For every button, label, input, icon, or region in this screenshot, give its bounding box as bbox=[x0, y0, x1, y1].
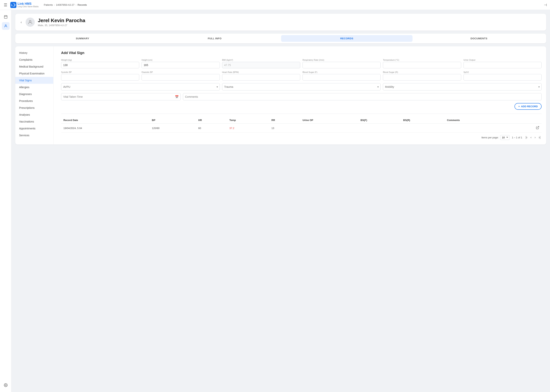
patient-header-card: ‹ Jerel Kevin Parocha Male, 35, 14097856… bbox=[15, 14, 546, 31]
patients-icon bbox=[4, 24, 8, 28]
calendar-icon bbox=[4, 15, 8, 19]
systolic-bp-field: Systolic BP bbox=[61, 71, 139, 81]
cell-record-date: 19/04/2024, 5:04 bbox=[61, 124, 150, 133]
cell-bs-r bbox=[401, 124, 445, 133]
col-comments: Comments bbox=[445, 117, 511, 124]
tabs-bar: SUMMARY FULL INFO RECORDS DOCUMENTS bbox=[15, 34, 546, 43]
systolic-bp-input[interactable] bbox=[61, 74, 139, 81]
vital-taken-time-input[interactable] bbox=[61, 93, 181, 100]
form-row-2: Systolic BP Diastolic BP Heart Rate (BPM… bbox=[61, 71, 542, 81]
nav-item-allergies[interactable]: Allergies bbox=[15, 84, 53, 91]
records-main: Add Vital Sign Weight (kg) Height (cm) B… bbox=[57, 46, 546, 145]
records-layout: History Complaints Medical Background Ph… bbox=[15, 46, 546, 145]
height-input[interactable] bbox=[142, 62, 220, 68]
table-header: Record Date BP HR Temp RR Urine OP BS(F)… bbox=[61, 117, 542, 124]
sidebar-patients-button[interactable] bbox=[2, 22, 10, 30]
avatar-icon bbox=[28, 20, 33, 25]
nav-item-appointments[interactable]: Appointments bbox=[15, 125, 53, 132]
trauma-select[interactable]: Trauma bbox=[222, 83, 381, 91]
nav-item-analyses[interactable]: Analyses bbox=[15, 111, 53, 118]
back-button[interactable]: ‹ bbox=[20, 20, 22, 25]
nav-item-diagnoses[interactable]: Diagnoses bbox=[15, 91, 53, 98]
bmi-input bbox=[222, 62, 300, 68]
col-bs-r: BS(R) bbox=[401, 117, 445, 124]
menu-button[interactable]: ☰ bbox=[3, 2, 8, 8]
blood-sugar-r-label: Blood Sugar (R) bbox=[383, 71, 461, 73]
spo2-input[interactable] bbox=[464, 74, 542, 81]
nav-item-services[interactable]: Services bbox=[15, 132, 53, 139]
tab-records[interactable]: RECORDS bbox=[281, 35, 413, 42]
patient-meta: Male, 35, 14097856-HJ-27 bbox=[38, 24, 85, 27]
urine-output-input[interactable] bbox=[464, 62, 542, 68]
comments-input[interactable] bbox=[183, 93, 542, 100]
page-info: 1 – 1 of 1 bbox=[512, 136, 522, 139]
add-record-button[interactable]: + ADD RECORD bbox=[514, 103, 542, 110]
mobility-select[interactable]: Mobility bbox=[383, 83, 542, 91]
pagination-buttons: |‹ ‹ › ›| bbox=[524, 135, 542, 140]
form-row-1: Weight (kg) Height (cm) BMI (kg/m²) Resp… bbox=[61, 59, 542, 68]
col-hr: HR bbox=[196, 117, 227, 124]
heart-rate-input[interactable] bbox=[222, 74, 300, 81]
nav-item-vaccinations[interactable]: Vaccinations bbox=[15, 118, 53, 125]
temperature-input[interactable] bbox=[383, 62, 461, 68]
logo: L Link HMS Long Clinic Name Blabla bbox=[10, 2, 39, 8]
next-page-button[interactable]: › bbox=[533, 135, 537, 140]
left-sidebar bbox=[0, 10, 11, 392]
avpu-select[interactable]: AVPU bbox=[61, 83, 220, 91]
last-page-button[interactable]: ›| bbox=[538, 135, 542, 140]
respiratory-rate-field: Respiratory Rate (/min) bbox=[302, 59, 381, 68]
breadcrumb-patients[interactable]: Patients bbox=[44, 3, 53, 6]
diastolic-bp-label: Diastolic BP bbox=[142, 71, 220, 73]
sidebar-settings-button[interactable] bbox=[2, 381, 10, 389]
first-page-button[interactable]: |‹ bbox=[524, 135, 529, 140]
svg-point-6 bbox=[5, 25, 6, 26]
respiratory-rate-input[interactable] bbox=[302, 62, 381, 68]
tab-summary[interactable]: SUMMARY bbox=[17, 35, 148, 42]
clinic-name: Long Clinic Name Blabla bbox=[18, 6, 39, 8]
nav-item-medical-background[interactable]: Medical Background bbox=[15, 63, 53, 70]
nav-item-physical-examination[interactable]: Physical Examination bbox=[15, 70, 53, 77]
tab-full-info[interactable]: FULL INFO bbox=[149, 35, 280, 42]
nav-item-prescriptions[interactable]: Prescriptions bbox=[15, 104, 53, 111]
vital-taken-time-field: 📅 bbox=[61, 93, 181, 100]
breadcrumb-patient-id[interactable]: 14097856-HJ-27 bbox=[56, 3, 74, 6]
svg-point-7 bbox=[5, 385, 6, 386]
tab-documents[interactable]: DOCUMENTS bbox=[413, 35, 545, 42]
col-bp: BP bbox=[150, 117, 196, 124]
systolic-bp-label: Systolic BP bbox=[61, 71, 139, 73]
height-label: Height (cm) bbox=[142, 59, 220, 61]
logo-icon: L bbox=[10, 2, 16, 8]
table-body: 19/04/2024, 5:04 120/80 60 37.2 13 bbox=[61, 124, 542, 133]
cell-urine-op bbox=[300, 124, 358, 133]
respiratory-rate-label: Respiratory Rate (/min) bbox=[302, 59, 381, 61]
items-per-page-select[interactable]: 10 25 50 bbox=[500, 135, 509, 140]
blood-sugar-f-input[interactable] bbox=[302, 74, 381, 81]
trauma-select-wrapper: Trauma bbox=[222, 83, 381, 91]
mobility-select-wrapper: Mobility bbox=[383, 83, 542, 91]
logout-button[interactable]: ⊣ bbox=[544, 3, 547, 7]
nav-item-history[interactable]: History bbox=[15, 49, 53, 56]
items-per-page-label: Items per page: bbox=[481, 136, 499, 139]
col-record-date: Record Date bbox=[61, 117, 150, 124]
blood-sugar-r-field: Blood Sugar (R) bbox=[383, 71, 461, 81]
weight-input[interactable] bbox=[61, 62, 139, 68]
sidebar-calendar-button[interactable] bbox=[2, 13, 10, 21]
top-navigation: ☰ L Link HMS Long Clinic Name Blabla Pat… bbox=[0, 0, 550, 10]
svg-line-9 bbox=[537, 126, 539, 128]
form-row-4: 📅 bbox=[61, 93, 542, 100]
weight-label: Weight (kg) bbox=[61, 59, 139, 61]
logo-text: Link HMS Long Clinic Name Blabla bbox=[18, 2, 39, 8]
main-content: ‹ Jerel Kevin Parocha Male, 35, 14097856… bbox=[11, 10, 550, 392]
open-record-button[interactable] bbox=[536, 126, 539, 130]
nav-item-vital-signs[interactable]: Vital Signs bbox=[15, 77, 53, 84]
bmi-label: BMI (kg/m²) bbox=[222, 59, 300, 61]
blood-sugar-r-input[interactable] bbox=[383, 74, 461, 81]
height-field: Height (cm) bbox=[142, 59, 220, 68]
nav-item-complaints[interactable]: Complaints bbox=[15, 56, 53, 63]
breadcrumb-section: Records bbox=[78, 3, 87, 6]
col-rr: RR bbox=[269, 117, 300, 124]
nav-item-procedures[interactable]: Procedures bbox=[15, 98, 53, 104]
diastolic-bp-input[interactable] bbox=[142, 74, 220, 81]
prev-page-button[interactable]: ‹ bbox=[529, 135, 533, 140]
patient-info: Jerel Kevin Parocha Male, 35, 14097856-H… bbox=[38, 18, 85, 27]
